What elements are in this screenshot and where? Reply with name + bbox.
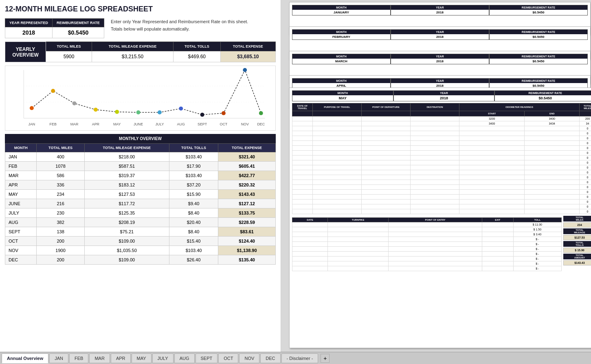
data-cell: $143.43 xyxy=(218,190,276,199)
info-note: Enter only Year Represented and Reimburs… xyxy=(111,18,248,33)
toll-cell xyxy=(482,257,514,261)
travel-cell xyxy=(459,185,525,190)
data-cell: $109.00 xyxy=(84,237,169,246)
month-cell: FEB xyxy=(5,162,37,171)
tab-sept[interactable]: SEPT xyxy=(196,353,218,363)
toll-cell xyxy=(482,232,514,237)
travel-cell xyxy=(459,146,525,151)
travel-cell xyxy=(411,190,459,195)
toll-cell xyxy=(482,266,514,271)
travel-cell xyxy=(292,136,313,141)
toll-cell xyxy=(292,261,328,266)
travel-cell xyxy=(362,170,411,175)
travel-cell xyxy=(313,165,362,170)
travel-cell xyxy=(313,116,362,121)
travel-cell xyxy=(411,165,459,170)
travel-cell: 0 xyxy=(580,131,591,136)
travel-cell xyxy=(292,131,313,136)
col-odometer: ODOMETER READINGS xyxy=(459,103,580,111)
travel-cell xyxy=(362,180,411,185)
travel-cell: 0 xyxy=(580,185,591,190)
data-cell: $605.41 xyxy=(218,162,276,171)
col-date-travel: DATE OFTRAVEL xyxy=(292,103,313,111)
month-col-header: MONTH xyxy=(5,144,37,152)
travel-cell xyxy=(292,151,313,156)
svg-text:MAR: MAR xyxy=(70,122,79,126)
col-exit: EXIT xyxy=(482,218,514,222)
chart-dot-dec xyxy=(259,111,263,115)
toll-cell: $ - xyxy=(513,261,561,266)
travel-cell xyxy=(313,131,362,136)
data-cell: 216 xyxy=(37,199,85,208)
add-tab-button[interactable]: + xyxy=(321,354,330,363)
toll-cell: $ 11.00 xyxy=(513,222,561,227)
toll-cell xyxy=(482,247,514,252)
yearly-miles: 5900 xyxy=(46,51,92,62)
travel-cell xyxy=(292,156,313,160)
toll-cell xyxy=(482,237,514,242)
tab-july[interactable]: JULY xyxy=(152,353,174,363)
month-cell: DEC xyxy=(5,255,37,265)
travel-cell xyxy=(292,209,313,214)
data-cell: $103.40 xyxy=(169,246,218,255)
svg-text:OCT: OCT xyxy=(220,122,228,126)
data-cell: $1,035.50 xyxy=(84,246,169,255)
travel-cell xyxy=(362,116,411,121)
rate-label: REIMBURSEMENT RATE xyxy=(53,19,104,27)
tab-oct[interactable]: OCT xyxy=(218,353,238,363)
travel-cell xyxy=(411,209,459,214)
col-total-miles-travel: TOTALMILES xyxy=(580,103,591,111)
toll-cell xyxy=(389,252,482,257)
miles-col-header: TOTAL MILES xyxy=(37,144,85,152)
info-section: YEAR REPRESENTED REIMBURSEMENT RATE 2018… xyxy=(5,18,276,38)
tab-apr[interactable]: APR xyxy=(111,353,131,363)
tab-annual-overview[interactable]: Annual Overview xyxy=(2,353,48,363)
travel-cell xyxy=(411,116,459,121)
data-cell: 382 xyxy=(37,218,85,227)
tab---disclaimer--[interactable]: - Disclaimer - xyxy=(281,353,319,363)
travel-cell: 3400 xyxy=(459,121,525,126)
toll-cell xyxy=(482,222,514,227)
data-cell: $20.40 xyxy=(169,218,218,227)
tab-feb[interactable]: FEB xyxy=(69,353,88,363)
tab-mar[interactable]: MAR xyxy=(89,353,110,363)
expense-col-header: TOTAL EXPENSE xyxy=(218,144,276,152)
chart-dot-jan xyxy=(30,106,34,110)
travel-cell xyxy=(525,146,580,151)
tab-nov[interactable]: NOV xyxy=(239,353,259,363)
total-amount-value: $143.43 xyxy=(563,260,591,265)
may-travel-table: DATE OFTRAVEL PURPOSE OF TRAVEL POINT OF… xyxy=(292,103,591,214)
travel-cell xyxy=(292,141,313,146)
right-panel: MONTH JANUARY YEAR 2018 REIMBURSEMENT RA… xyxy=(281,0,591,352)
total-tolls-value: $ 15.90 xyxy=(563,248,591,253)
tolls-col-header: TOTAL TOLLS xyxy=(169,144,218,152)
col-turnpike: TURNPIKE xyxy=(328,218,389,222)
travel-cell xyxy=(525,160,580,165)
toll-cell xyxy=(292,242,328,247)
travel-cell xyxy=(525,200,580,204)
col-total-tolls: TOTAL TOLLS xyxy=(173,42,220,51)
svg-text:AUG: AUG xyxy=(177,122,185,126)
travel-cell: 0 xyxy=(580,136,591,141)
travel-cell xyxy=(525,151,580,156)
toll-cell xyxy=(328,266,389,271)
tab-aug[interactable]: AUG xyxy=(174,353,195,363)
year-value[interactable]: 2018 xyxy=(5,27,53,38)
travel-cell xyxy=(313,200,362,204)
data-cell: $422.77 xyxy=(218,171,276,180)
travel-cell xyxy=(362,190,411,195)
svg-text:MAY: MAY xyxy=(113,122,121,126)
tab-jan[interactable]: JAN xyxy=(49,353,68,363)
travel-cell xyxy=(411,195,459,200)
travel-cell xyxy=(292,204,313,209)
travel-cell xyxy=(459,141,525,146)
data-cell: $587.51 xyxy=(84,162,169,171)
tab-dec[interactable]: DEC xyxy=(260,353,280,363)
rate-value[interactable]: $0.5450 xyxy=(53,27,104,38)
travel-cell xyxy=(362,146,411,151)
travel-cell xyxy=(525,141,580,146)
travel-cell xyxy=(525,170,580,175)
toll-cell xyxy=(482,227,514,232)
tab-may[interactable]: MAY xyxy=(132,353,152,363)
travel-cell xyxy=(411,151,459,156)
